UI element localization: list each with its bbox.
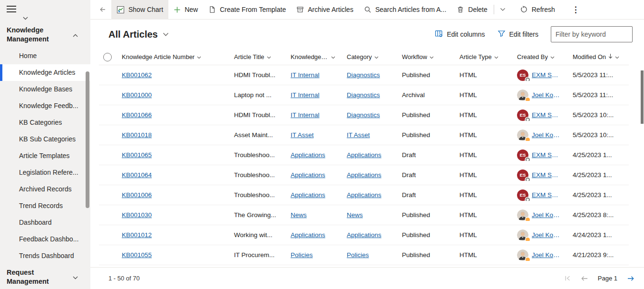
- knowledge-base-link-cell: Applications: [285, 151, 341, 159]
- column-chevron-icon: [267, 53, 271, 60]
- column-header-knowledge-b[interactable]: Knowledge B...: [285, 53, 341, 60]
- article-number-link[interactable]: KB001030: [122, 211, 152, 219]
- article-number-link[interactable]: KB001012: [122, 231, 152, 239]
- sidebar-item-dashboard[interactable]: Dashboard: [0, 214, 90, 231]
- sidebar-item-kb-categories[interactable]: KB Categories: [0, 114, 90, 131]
- sidebar-item-knowledge-feedb[interactable]: Knowledge Feedb...: [0, 98, 90, 114]
- view-selector[interactable]: All Articles: [108, 29, 169, 40]
- knowledge-base-link[interactable]: Policies: [291, 251, 313, 259]
- delete-button[interactable]: Delete: [451, 0, 492, 20]
- category-link[interactable]: Applications: [347, 171, 381, 179]
- knowledge-base-link[interactable]: Applications: [291, 171, 325, 179]
- column-header-article-type[interactable]: Article Type: [454, 53, 511, 60]
- refresh-button[interactable]: Refresh: [515, 0, 560, 20]
- article-number-link[interactable]: KB001064: [122, 171, 152, 179]
- sidebar-group-knowledge-management[interactable]: Knowledge Management: [0, 22, 90, 48]
- article-number-link[interactable]: KB001018: [122, 131, 152, 139]
- archive-articles-button[interactable]: Archive Articles: [291, 0, 359, 20]
- sidebar-item-knowledge-bases[interactable]: Knowledge Bases: [0, 81, 90, 98]
- created-by-link[interactable]: EXM Suppo...: [532, 151, 561, 159]
- column-header-created-by[interactable]: Created By: [511, 53, 567, 60]
- column-header-article-title[interactable]: Article Title: [228, 53, 285, 60]
- delete-dropdown-button[interactable]: [495, 0, 510, 20]
- knowledge-base-link[interactable]: Applications: [291, 191, 325, 199]
- new-button[interactable]: New: [168, 0, 203, 20]
- grid-body: KB001062HDMI Troubl...IT InternalDiagnos…: [99, 65, 644, 265]
- edit-filters-button[interactable]: Edit filters: [498, 30, 538, 39]
- modified-on-value-cell: 5/5/2023 11:...: [567, 71, 629, 79]
- more-commands-button[interactable]: ⋮: [567, 0, 585, 20]
- knowledge-base-link[interactable]: IT Internal: [291, 111, 320, 119]
- filter-keyword-input[interactable]: [551, 26, 633, 42]
- search-articles-button[interactable]: Search Articles from A...: [359, 0, 451, 20]
- category-link[interactable]: Applications: [347, 191, 381, 199]
- knowledge-base-link[interactable]: Applications: [291, 231, 325, 239]
- created-by-link[interactable]: EXM Suppo...: [532, 71, 561, 79]
- knowledge-base-link[interactable]: IT Internal: [291, 91, 320, 99]
- article-number-link[interactable]: KB001062: [122, 71, 152, 79]
- sidebar-item-trends-dashboard[interactable]: Trends Dashboard: [0, 248, 90, 264]
- column-header-category[interactable]: Category: [341, 53, 396, 60]
- sidebar-item-legislation-refere[interactable]: Legislation Refere...: [0, 164, 90, 181]
- column-chevron-icon: [494, 53, 498, 60]
- sidebar-scrollbar[interactable]: [86, 71, 89, 208]
- article-number-link[interactable]: KB001006: [122, 191, 152, 199]
- grid-scrollbar[interactable]: [641, 70, 644, 124]
- sidebar-item-archived-records[interactable]: Archived Records: [0, 181, 90, 198]
- category-link[interactable]: Applications: [347, 231, 381, 239]
- sidebar-item-kb-sub-categories[interactable]: KB Sub Categories: [0, 131, 90, 148]
- created-by-link[interactable]: Joel Kosmic...: [532, 211, 561, 219]
- edit-columns-button[interactable]: Edit columns: [435, 30, 485, 39]
- category-link[interactable]: Diagnostics: [347, 71, 380, 79]
- sidebar-item-label: Knowledge Feedb...: [19, 102, 78, 110]
- chevron-down-icon: [500, 8, 506, 11]
- knowledge-base-link[interactable]: IT Asset: [291, 131, 314, 139]
- first-page-button[interactable]: [564, 275, 571, 282]
- category-link[interactable]: Diagnostics: [347, 91, 380, 99]
- table-row: KB001012Working wit...ApplicationsApplic…: [99, 225, 629, 245]
- created-by-link[interactable]: EXM Suppo...: [532, 111, 561, 119]
- hamburger-menu-icon[interactable]: [7, 6, 16, 13]
- next-page-button[interactable]: [627, 275, 634, 282]
- column-header-modified-on[interactable]: Modified On: [567, 53, 629, 60]
- back-arrow-icon: [99, 6, 107, 13]
- article-title: Troubleshoo...: [234, 151, 275, 159]
- sidebar-item-article-templates[interactable]: Article Templates: [0, 148, 90, 164]
- article-number-link[interactable]: KB001066: [122, 111, 152, 119]
- table-row: KB001030The Growing...NewsNewsPublishedH…: [99, 205, 629, 225]
- category-link[interactable]: Policies: [347, 251, 369, 259]
- column-header-workflow[interactable]: Workflow: [396, 53, 454, 60]
- created-by-link[interactable]: EXM Suppo...: [532, 171, 561, 179]
- article-type-value: HTML: [459, 191, 477, 199]
- column-header-label: Modified On: [573, 53, 606, 60]
- sidebar-group-request-management[interactable]: Request Management: [0, 264, 90, 289]
- article-title: HDMI Troubl...: [234, 111, 275, 119]
- article-number-link[interactable]: KB001000: [122, 91, 152, 99]
- article-number-link[interactable]: KB001055: [122, 251, 152, 259]
- created-by-link[interactable]: Joel Kosmic...: [532, 251, 561, 259]
- category-link[interactable]: Applications: [347, 151, 381, 159]
- show-chart-label: Show Chart: [128, 6, 163, 13]
- article-title-cell: IT Procurem...: [228, 251, 285, 259]
- knowledge-base-link[interactable]: Applications: [291, 151, 325, 159]
- sidebar-item-home[interactable]: Home: [0, 48, 90, 64]
- sidebar-item-trend-records[interactable]: Trend Records: [0, 198, 90, 214]
- category-link[interactable]: Diagnostics: [347, 111, 380, 119]
- back-button[interactable]: [94, 0, 111, 20]
- created-by-link[interactable]: Joel Kosmic...: [532, 231, 561, 239]
- select-all-checkbox[interactable]: [103, 53, 112, 61]
- show-chart-button[interactable]: Show Chart: [111, 0, 168, 20]
- created-by-link[interactable]: Joel Kosmic...: [532, 131, 561, 139]
- knowledge-base-link[interactable]: IT Internal: [291, 71, 320, 79]
- article-number-link[interactable]: KB001065: [122, 151, 152, 159]
- created-by-link[interactable]: Joel Kosmic...: [532, 91, 561, 99]
- column-header-knowledge-article-number[interactable]: Knowledge Article Number: [116, 53, 228, 60]
- previous-page-button[interactable]: [581, 275, 588, 282]
- sidebar-item-knowledge-articles[interactable]: Knowledge Articles: [0, 64, 90, 81]
- category-link[interactable]: News: [347, 211, 363, 219]
- sidebar-item-feedback-dashbo[interactable]: Feedback Dashbo...: [0, 231, 90, 248]
- knowledge-base-link[interactable]: News: [291, 211, 307, 219]
- create-from-template-button[interactable]: Create From Template: [203, 0, 291, 20]
- created-by-link[interactable]: EXM Suppo...: [532, 191, 561, 199]
- category-link[interactable]: IT Asset: [347, 131, 370, 139]
